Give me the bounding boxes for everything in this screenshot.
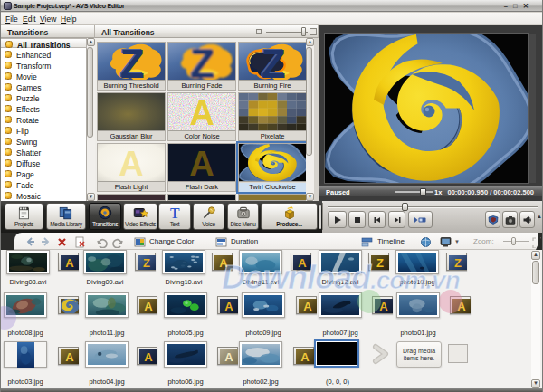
svg-text:A: A — [189, 94, 214, 131]
svg-text:A: A — [144, 349, 153, 363]
svg-text:Z: Z — [120, 43, 145, 81]
svg-text:Z: Z — [191, 43, 215, 81]
svg-text:Z: Z — [262, 43, 286, 81]
svg-text:T: T — [170, 206, 180, 220]
svg-text:A: A — [119, 145, 143, 182]
svg-text:Z: Z — [143, 255, 150, 269]
svg-text:A: A — [144, 299, 153, 312]
svg-text:A: A — [224, 299, 233, 312]
svg-text:A: A — [65, 349, 74, 363]
svg-text:A: A — [65, 255, 74, 269]
svg-text:A: A — [303, 299, 312, 312]
svg-text:A: A — [224, 349, 233, 363]
svg-text:A: A — [300, 349, 310, 363]
svg-text:A: A — [189, 145, 214, 182]
